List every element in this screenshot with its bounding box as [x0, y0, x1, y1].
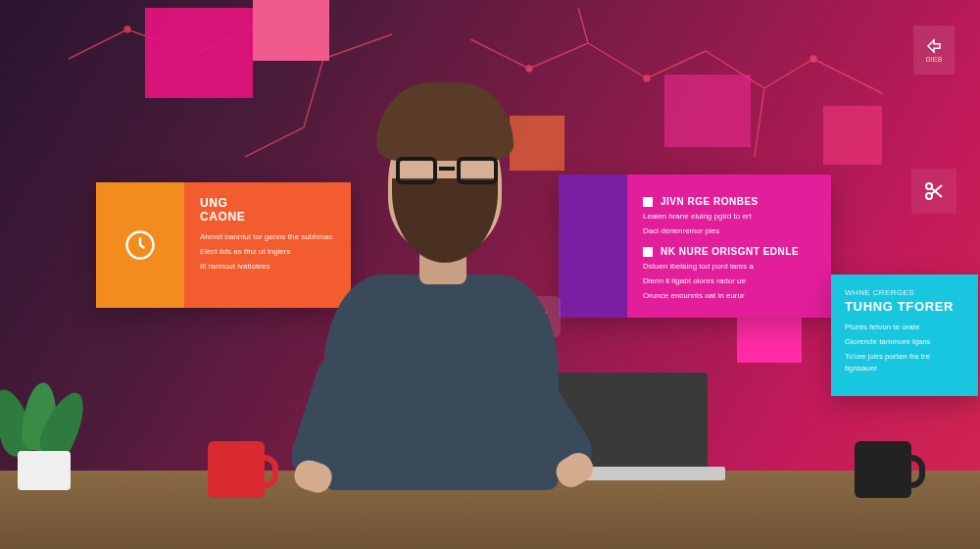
clock-icon [122, 227, 158, 263]
scissors-icon-box [911, 169, 956, 214]
mug-red [208, 441, 265, 498]
card-center-heading: NK NURE ORISGNT EDNLE [643, 246, 815, 257]
card-left-icon-col [96, 182, 184, 308]
svg-point-6 [926, 193, 932, 199]
person [294, 78, 588, 490]
title-line: CAONE [200, 210, 245, 224]
card-line: To'ore jotrs porten fra tre tignsauer [845, 351, 964, 376]
card-line: Daci denenremor pies [643, 225, 815, 238]
card-line: Giorende tammore kjans [845, 336, 964, 349]
card-center-heading: JIVN RGE RONBES [643, 196, 815, 207]
card-line: Orunce encunnts oat in eurur [643, 290, 815, 303]
card-right-eyebrow: WHNE CRERGES [845, 288, 964, 297]
title-line: UNG [200, 196, 227, 210]
deco-square [664, 75, 751, 147]
card-line: Leaien hrane eiulng pgird to ert [643, 211, 815, 224]
svg-point-4 [810, 56, 816, 62]
card-right-title: TUHNG TFORER [845, 299, 964, 314]
deco-square [253, 0, 329, 61]
svg-point-2 [526, 66, 532, 72]
info-card-center: JIVN RGE RONBES Leaien hrane eiulng pgir… [559, 175, 831, 318]
card-right-body: WHNE CRERGES TUHNG TFORER Ptures fetvon … [831, 274, 978, 396]
deco-square [823, 106, 882, 165]
deco-square [145, 8, 253, 98]
card-line: Dstuen ibelaing tod pord iares a [643, 261, 815, 274]
card-line: Dienn it itgabt olonrs rador ue [643, 275, 815, 288]
svg-point-0 [124, 26, 130, 32]
card-line: Ptures fetvon te orate [845, 322, 964, 334]
badge-top-right: 0IE8 [913, 25, 955, 75]
svg-point-5 [926, 183, 932, 189]
badge-label: 0IE8 [926, 55, 942, 64]
scissors-icon [922, 179, 946, 203]
share-icon [925, 37, 943, 55]
card-center-body: JIVN RGE RONBES Leaien hrane eiulng pgir… [627, 175, 831, 318]
info-card-right: WHNE CRERGES TUHNG TFORER Ptures fetvon … [831, 274, 978, 396]
svg-point-3 [644, 75, 650, 81]
plant [0, 373, 98, 490]
mug-dark [855, 441, 911, 498]
heading-text: JIVN RGE RONBES [661, 196, 759, 207]
bullet-icon [643, 197, 653, 207]
heading-text: NK NURE ORISGNT EDNLE [661, 246, 799, 257]
bullet-icon [643, 247, 653, 257]
